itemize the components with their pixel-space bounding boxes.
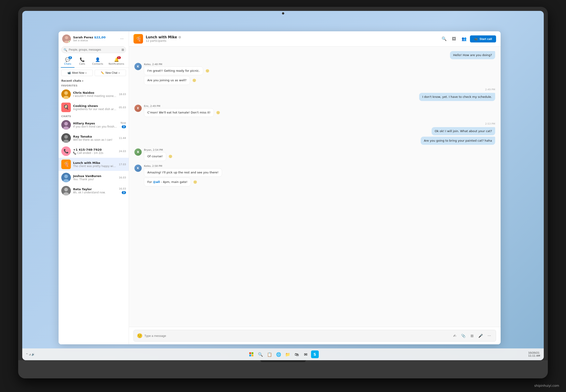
action-buttons: 📹 Meet Now ▾ ✏️ New Chat ▾ [58,68,129,78]
msg-content: Eric, 2:49 PM C'mon! We'll eat hot tamal… [144,105,220,117]
windows-start-button[interactable] [247,350,255,358]
chat-info: +1 415-748-7920 📞 Call ended - 1m 22s [73,148,117,154]
chat-main: 🍕 Lunch with Mike ⚙ 12 participants [129,31,501,344]
message-bubble: C'mon! We'll eat hot tamale! Don't miss … [144,108,214,117]
store-icon[interactable]: 🛍 [293,350,301,358]
message-input[interactable] [144,334,450,337]
sender-name: Bryan, 2:54 PM [144,148,172,151]
new-chat-button[interactable]: ✏️ New Chat ▾ [95,70,126,76]
taskbar-right: 10/20/21 11:11 AM [528,351,540,357]
chat-header: 🍕 Lunch with Mike ⚙ 12 participants [129,31,501,46]
nav-tabs: 💬 3 Chats 📞 Calls 👤 Contacts [58,55,129,68]
chat-preview: Ingredients for our next dish are... [73,108,117,111]
chat-name: Reta Taylor [73,187,117,191]
svg-text:🍳: 🍳 [63,104,69,110]
favorites-section-label: Favorites [58,83,129,88]
chat-time: 17.03 [119,163,126,166]
search-chat-button[interactable]: 🔍 [440,35,448,43]
settings-icon[interactable]: ⚙ [178,35,181,39]
emoji-reaction[interactable]: 🙂 [192,79,196,82]
tab-chats[interactable]: 💬 3 Chats [61,56,74,68]
contacts-label: Contacts [92,62,103,65]
mail-icon[interactable]: ✉ [302,350,310,358]
image-button[interactable]: ⊞ [469,332,475,339]
avatar: E [134,105,142,112]
message-bubble: For @all - 4pm, main gate! [144,178,191,186]
avatar: K [134,63,142,70]
chat-meta: 11:44 [119,137,126,140]
more-options-button[interactable]: ··· [119,36,125,42]
list-item[interactable]: Chris Naidoo I wouldn't mind meeting soo… [58,88,129,101]
chats-label: Chats [64,62,71,65]
gallery-button[interactable]: 🖼 [450,35,458,43]
list-item[interactable]: Hillary Reyes If you don't mind can you … [58,118,129,131]
chat-preview: The client was pretty happy with... [73,165,117,168]
more-button[interactable]: ··· [486,332,493,339]
search-taskbar-button[interactable]: 🔍 [256,350,264,358]
message-bubble: Hello! How are you doing? [450,51,495,59]
laptop-hinge [260,360,306,362]
user-avatar[interactable] [62,34,71,43]
list-item[interactable]: 🍳 Cooking shows Ingredients for our next… [58,101,129,114]
tab-contacts[interactable]: 👤 Contacts [90,56,106,68]
emoji-reaction[interactable]: 🙂 [193,180,197,184]
search-icon: 🔍 [64,48,67,52]
screen-content: Sarah Perez $22,00 Set a status ··· 🔍 [22,11,544,360]
skype-icon[interactable]: S [311,350,319,358]
tab-notifications[interactable]: 🔔 1 Notifications [106,56,127,68]
chat-preview: 📞 Call ended - 1m 22s [73,151,117,154]
chat-time: 05.03 [119,106,126,109]
audio-button[interactable]: 🎤 [477,332,484,339]
list-item[interactable]: 📞 +1 415-748-7920 📞 Call ended - 1m 22s … [58,145,129,158]
list-item[interactable]: Reta Taylor Ah, ok I understand now. 16.… [58,184,129,197]
taskbar-datetime: 10/20/21 11:11 AM [528,351,540,357]
input-row: 🙂 ✍ 📎 ⊞ 🎤 ··· [133,330,496,342]
meet-now-button[interactable]: 📹 Meet Now ▾ [61,70,93,76]
edge-browser-icon[interactable]: 🌐 [275,350,283,358]
taskbar-tray: ^ ⊿ 🔊 [26,353,35,356]
svg-text:📞: 📞 [64,149,69,154]
chat-list: Favorites Chris Naido [58,83,129,344]
emoji-button[interactable]: 🙂 [137,333,142,338]
watermark: shipinhuiyi.com [534,384,559,388]
list-item[interactable]: Joshua VanBuren You: Thank you! 16.03 [58,171,129,184]
start-call-button[interactable]: 📹 Start call [470,35,496,42]
screen-bezel: Sarah Perez $22,00 Set a status ··· 🔍 [22,11,544,360]
chat-time: 16.03 [119,187,126,190]
laptop-bottom [18,360,548,378]
participants-button[interactable]: 👥 [460,35,468,43]
avatar [61,173,71,182]
emoji-reaction[interactable]: 🙂 [216,111,220,114]
search-input[interactable] [61,46,126,53]
chat-meta: 17.03 [119,163,126,166]
msg-row: K Keiko, 2:48 PM I'm great!! Getting rea… [134,63,495,85]
grid-view-icon[interactable]: ⊞ [121,48,124,52]
svg-point-9 [64,122,68,126]
chat-meta: 05.03 [119,106,126,109]
chat-header-info: Lunch with Mike ⚙ 12 participants [146,35,181,42]
tab-calls[interactable]: 📞 Calls [75,56,89,68]
meet-now-chevron: ▾ [85,72,86,74]
user-credit: $22,00 [94,36,106,39]
chat-meta: 24.03 [119,150,126,153]
user-info: Sarah Perez $22,00 Set a status [62,34,106,43]
recent-chats-header[interactable]: Recent chats ▾ [58,78,129,83]
format-button[interactable]: ✍ [451,332,458,339]
recent-chats-chevron: ▾ [82,80,83,82]
chat-preview: Will be there as soon as I can! [73,138,116,141]
messages-area: Hello! How are you doing? K Keiko, 2:48 … [129,46,501,327]
list-item[interactable]: Ray Tanaka Will be there as soon as I ca… [58,131,129,145]
time-divider: 2:53 PM [134,122,495,125]
list-item[interactable]: 🍕 Lunch with Mike The client was pretty … [58,158,129,171]
task-view-button[interactable]: 📋 [266,350,273,358]
chat-info: Hillary Reyes If you don't mind can you … [73,122,118,128]
chat-info: Chris Naidoo I wouldn't mind meeting soo… [73,91,117,98]
msg-row: I don't know, yet. I have to check my sc… [134,93,495,101]
time-divider: 2:49 PM [134,88,495,91]
sidebar: Sarah Perez $22,00 Set a status ··· 🔍 [58,31,129,344]
message-input-area: 🙂 ✍ 📎 ⊞ 🎤 ··· [129,327,501,344]
emoji-reaction[interactable]: 🙂 [205,69,209,73]
emoji-reaction[interactable]: 🙂 [169,154,172,158]
attachment-button[interactable]: 📎 [460,332,467,339]
file-explorer-icon[interactable]: 📁 [284,350,292,358]
